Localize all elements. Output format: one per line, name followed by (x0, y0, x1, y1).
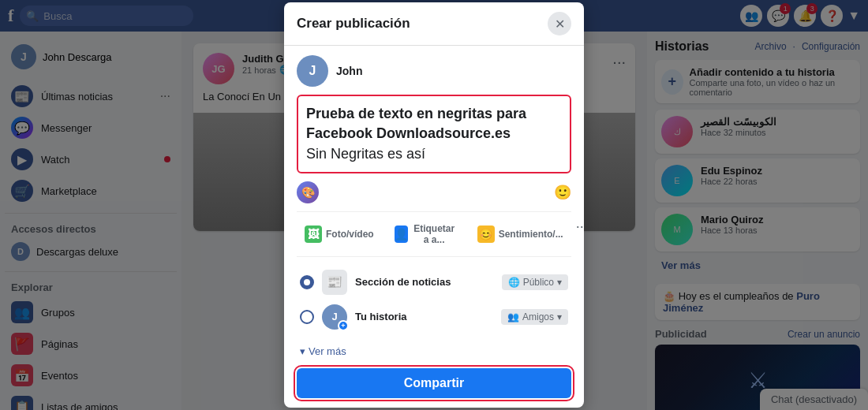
modal-text-area[interactable]: Prueba de texto en negritas para Faceboo… (297, 95, 571, 173)
tag-icon: 👤 (395, 226, 408, 243)
modal-emoji-row: 🎨 🙂 (297, 181, 571, 203)
modal-header: Crear publicación ✕ (284, 2, 584, 46)
emoji-gradient-icon: 🎨 (297, 181, 319, 203)
share-audience-historia[interactable]: 👥 Amigos ▾ (501, 309, 568, 325)
modal-username: John (336, 65, 362, 77)
photo-video-button[interactable]: 🖼 Foto/vídeo (297, 218, 382, 250)
feel-icon: 😊 (477, 226, 495, 243)
emoji-left: 🎨 (297, 181, 319, 203)
ver-mas-modal-label: Ver más (309, 345, 346, 357)
share-radio-historia (300, 310, 314, 324)
modal-dialog: Crear publicación ✕ J John Prueba de tex… (284, 2, 584, 408)
historia-avatar: J + (322, 304, 347, 330)
noticias-share-icon: 📰 (322, 270, 347, 295)
emoji-button[interactable]: 🙂 (554, 184, 571, 201)
modal-title: Crear publicación (297, 16, 410, 32)
modal-user-avatar: J (297, 55, 328, 87)
modal-actions: 🖼 Foto/vídeo 👤 Etiquetar a a... 😊 Sentim… (297, 211, 571, 257)
modal-overlay[interactable]: Crear publicación ✕ J John Prueba de tex… (0, 0, 868, 410)
share-audience-noticias[interactable]: 🌐 Público ▾ (502, 274, 568, 290)
photo-icon: 🖼 (305, 226, 322, 243)
modal-body: J John Prueba de texto en negritas para … (284, 46, 584, 408)
more-actions-icon[interactable]: ··· (576, 218, 584, 250)
share-option-noticias[interactable]: 📰 Sección de noticias 🌐 Público ▾ (297, 265, 571, 300)
ver-mas-modal[interactable]: ▾ Ver más (297, 342, 571, 360)
historia-plus-icon: + (338, 320, 349, 331)
ver-mas-chevron-icon: ▾ (300, 345, 305, 357)
modal-normal-text: Sin Negritas es así (306, 146, 425, 162)
globe-audience-icon: 🌐 (508, 277, 520, 288)
compartir-button[interactable]: Compartir (297, 368, 571, 398)
friends-audience-icon: 👥 (507, 311, 519, 322)
modal-bold-text: Prueba de texto en negritas para Faceboo… (306, 106, 526, 141)
audience-chevron-icon: ▾ (557, 277, 562, 288)
share-to-section: 📰 Sección de noticias 🌐 Público ▾ J + Tu… (297, 265, 571, 334)
share-noticias-label: Sección de noticias (355, 276, 494, 288)
share-radio-noticias (300, 275, 314, 289)
modal-user-row: J John (297, 55, 571, 87)
tag-button[interactable]: 👤 Etiquetar a a... (387, 218, 465, 250)
modal-close-button[interactable]: ✕ (548, 12, 571, 35)
feel-button[interactable]: 😊 Sentimiento/... (470, 218, 571, 250)
share-option-historia[interactable]: J + Tu historia 👥 Amigos ▾ (297, 300, 571, 334)
audience-chevron-icon-2: ▾ (557, 311, 562, 322)
share-historia-label: Tu historia (355, 311, 493, 322)
